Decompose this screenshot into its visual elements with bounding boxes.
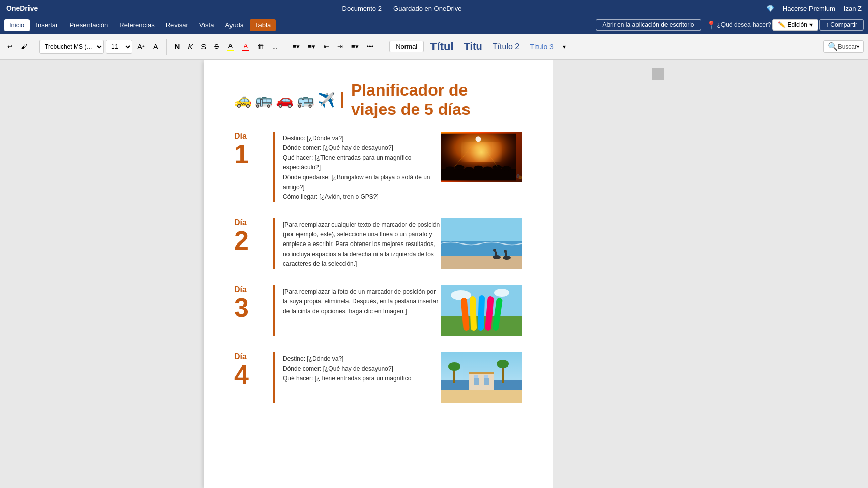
style-titulo1-button[interactable]: Títul (426, 39, 457, 54)
save-status: Guardado en OneDrive (393, 5, 461, 12)
styles-dropdown-button[interactable]: ▾ (560, 41, 569, 52)
svg-point-4 (455, 165, 465, 170)
day-2-content[interactable]: [Para reemplazar cualquier texto de marc… (283, 218, 441, 269)
premium-label[interactable]: Hacerse Premium (783, 5, 835, 12)
svg-point-7 (483, 166, 493, 171)
highlight-button[interactable]: A (224, 40, 237, 53)
increase-indent-button[interactable]: ⇥ (334, 41, 346, 52)
style-titulo3-button[interactable]: Título 2 (488, 41, 524, 52)
menu-vista[interactable]: Vista (194, 19, 219, 31)
day-4-image (441, 352, 522, 403)
menu-inicio[interactable]: Inicio (4, 19, 30, 31)
day-1-content[interactable]: Destino: [¿Dónde va?] Dónde comer: [¿Qué… (283, 132, 441, 202)
day-1-section: Día 1 Destino: [¿Dónde va?] Dónde comer:… (234, 132, 522, 202)
day-2-number: Día 2 (234, 218, 275, 269)
svg-point-12 (475, 136, 481, 142)
style-titulo2-button[interactable]: Titu (460, 40, 486, 53)
location-icon: 📍 (706, 20, 716, 30)
doc-title-line2: viajes de 5 días (351, 100, 471, 118)
title-bar-left: OneDrive (6, 4, 38, 12)
bold-button[interactable]: N (171, 40, 183, 53)
svg-point-9 (502, 166, 511, 170)
svg-point-37 (497, 360, 509, 368)
style-normal-button[interactable]: Normal (389, 41, 424, 52)
day-1-text: Destino: [¿Dónde va?] Dónde comer: [¿Qué… (283, 135, 430, 200)
document-page[interactable]: 🚕 🚌 🚗 🚌 ✈️ Planificador de viajes de 5 d… (204, 60, 553, 488)
edicion-label: Edición (788, 21, 807, 28)
left-margin (0, 60, 204, 488)
what-do-label[interactable]: ¿Qué desea hacer? (717, 21, 771, 28)
format-painter-button[interactable]: 🖌 (18, 41, 31, 52)
day-3-content[interactable]: [Para reemplazar la foto de un marcador … (283, 285, 441, 336)
search-dropdown-icon[interactable]: ▾ (857, 44, 859, 49)
font-increase-button[interactable]: A+ (134, 40, 148, 53)
svg-rect-39 (474, 378, 479, 385)
font-decrease-button[interactable]: A- (150, 40, 163, 53)
day-4-content[interactable]: Destino: [¿Dónde va?] Dónde comer: [¿Qué… (283, 352, 441, 403)
day-4-num: 4 (234, 360, 249, 389)
user-name[interactable]: Izan Z (844, 5, 862, 12)
strikethrough-button[interactable]: S (211, 41, 222, 52)
document-name: Documento 2 (342, 5, 382, 12)
more-formatting-button[interactable]: ... (269, 41, 281, 52)
day-1-num: 1 (234, 139, 249, 169)
underline-button[interactable]: S (198, 40, 209, 53)
edicion-dropdown-icon: ▾ (809, 21, 813, 28)
page-indicator (652, 68, 664, 80)
menu-insertar[interactable]: Insertar (31, 19, 63, 31)
title-bar: OneDrive Documento 2 – Guardado en OneDr… (0, 0, 868, 16)
day-2-section: Día 2 [Para reemplazar cualquier texto d… (234, 218, 522, 269)
font-color-button[interactable]: A (239, 40, 252, 53)
svg-point-5 (464, 167, 474, 171)
style-selector: Normal Títul Titu Título 2 Título 3 ▾ (389, 39, 569, 54)
day-3-image (441, 285, 522, 336)
toolbar-separator-3 (285, 39, 285, 55)
decrease-indent-button[interactable]: ⇤ (321, 41, 332, 52)
onedrive-logo[interactable]: OneDrive (6, 4, 38, 12)
svg-point-35 (448, 362, 460, 371)
taxi-icon: 🚕 (234, 92, 252, 108)
day-3-section: Día 3 [Para reemplazar la foto de un mar… (234, 285, 522, 336)
menu-referencias[interactable]: Referencias (114, 19, 159, 31)
undo-button[interactable]: ↩ (4, 41, 16, 52)
day-3-number: Día 3 (234, 285, 275, 336)
day-2-num: 2 (234, 226, 249, 255)
svg-rect-42 (474, 375, 478, 378)
toolbar: ↩ 🖌 Trebuchet MS (... 11 A+ A- N K S S A… (0, 34, 868, 60)
doc-header: 🚕 🚌 🚗 🚌 ✈️ Planificador de viajes de 5 d… (234, 80, 522, 119)
day-3-num: 3 (234, 293, 249, 322)
share-icon: ↑ (826, 21, 829, 28)
open-desktop-button[interactable]: Abrir en la aplicación de escritorio (596, 19, 701, 30)
svg-point-3 (445, 166, 455, 171)
alignment-button[interactable]: ≡▾ (348, 41, 362, 52)
menu-presentacion[interactable]: Presentación (64, 19, 113, 31)
menu-ayuda[interactable]: Ayuda (220, 19, 249, 31)
svg-point-8 (493, 165, 502, 170)
menu-revisar[interactable]: Revisar (161, 19, 193, 31)
trolley-icon: 🚌 (297, 92, 314, 108)
italic-button[interactable]: K (185, 40, 196, 53)
style-titulo4-button[interactable]: Título 3 (526, 42, 558, 52)
toolbar-separator-4 (381, 39, 381, 55)
day-4-section: Día 4 Destino: [¿Dónde va?] Dónde comer:… (234, 352, 522, 403)
pencil-icon: ✏️ (778, 21, 786, 28)
font-family-select[interactable]: Trebuchet MS (... (39, 40, 104, 54)
day-4-number: Día 4 (234, 352, 275, 403)
svg-point-21 (504, 250, 507, 253)
edicion-button[interactable]: ✏️ Edición ▾ (772, 19, 818, 30)
numbering-button[interactable]: ≡▾ (305, 41, 319, 52)
bullets-button[interactable]: ≡▾ (290, 41, 303, 52)
compartir-button[interactable]: ↑ Compartir (819, 19, 864, 30)
day-1-image (441, 132, 522, 182)
day-4-text: Destino: [¿Dónde va?] Dónde comer: [¿Qué… (283, 355, 411, 382)
day-1-number: Día 1 (234, 132, 275, 202)
clear-formatting-button[interactable]: 🗑 (254, 41, 267, 52)
search-icon: 🔍 (828, 42, 838, 51)
svg-rect-43 (484, 375, 488, 378)
menu-tabla[interactable]: Tabla (250, 19, 276, 31)
title-separator: – (386, 5, 389, 12)
premium-icon: 💎 (766, 5, 774, 12)
more-list-button[interactable]: ••• (364, 41, 377, 52)
svg-rect-33 (441, 390, 522, 403)
font-size-select[interactable]: 11 (106, 40, 132, 54)
